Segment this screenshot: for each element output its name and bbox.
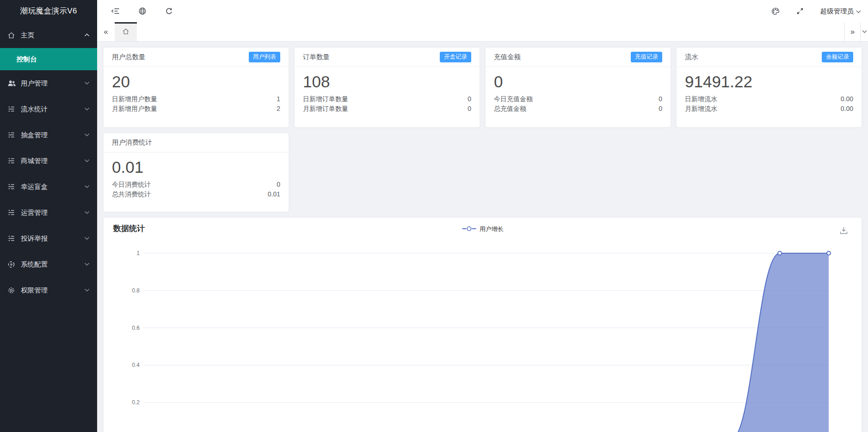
stat-label: 日新增流水 <box>685 95 717 103</box>
sidebar-item-mall-management[interactable]: 商城管理 <box>0 148 97 174</box>
card-title: 充值金额 <box>494 53 521 61</box>
tabs-scroll-right-button[interactable]: » <box>844 22 860 41</box>
card-value: 0.01 <box>104 152 289 180</box>
sidebar-item-label: 流水统计 <box>21 105 48 114</box>
stat-value: 0.01 <box>268 190 280 199</box>
sidebar-item-label: 投诉举报 <box>21 234 48 243</box>
user-dropdown[interactable]: 超级管理员 <box>820 7 862 16</box>
stat-value: 0 <box>468 95 471 103</box>
chevron-down-icon <box>84 185 90 189</box>
card-value: 0 <box>486 67 671 94</box>
area-chart: 0.20.40.60.81 <box>104 218 862 432</box>
sidebar-item-user-management[interactable]: 用户管理 <box>0 70 97 96</box>
list-icon <box>7 183 18 190</box>
tabs-scroll-left-button[interactable]: « <box>97 22 115 41</box>
chart-panel: 数据统计 用户增长 0.20.40.60.81 <box>104 218 862 432</box>
sidebar-item-label: 主页 <box>21 31 34 40</box>
stat-label: 月新增用户数量 <box>112 105 157 113</box>
palette-icon[interactable] <box>771 7 780 15</box>
gear-icon <box>7 286 18 294</box>
sidebar: 潮玩魔盒演示V6 主页 控制台 用户管理 <box>0 0 97 432</box>
stat-value: 0.00 <box>841 95 853 103</box>
tabs-more-button[interactable] <box>860 22 868 41</box>
settings-icon <box>7 261 18 268</box>
chevron-down-icon <box>84 237 90 240</box>
user-name: 超级管理员 <box>820 7 854 16</box>
sidebar-item-complaint-report[interactable]: 投诉举报 <box>0 225 97 251</box>
chevron-up-icon <box>84 33 90 37</box>
content: 用户总数量 用户列表 20 日新增用户数量1 月新增用户数量2 订单数量 开盒记… <box>97 42 868 432</box>
sidebar-item-label: 运营管理 <box>21 208 48 217</box>
card-value: 108 <box>295 67 480 94</box>
badge-recharge-records[interactable]: 充值记录 <box>631 52 662 62</box>
list-icon <box>7 131 18 139</box>
svg-text:0.8: 0.8 <box>132 287 140 294</box>
stat-value: 1 <box>277 95 280 103</box>
card-title: 用户总数量 <box>112 53 146 61</box>
list-icon <box>7 157 18 164</box>
topbar: 超级管理员 <box>97 0 868 22</box>
stat-label: 月新增订单数量 <box>303 105 348 113</box>
stat-cards-row: 用户总数量 用户列表 20 日新增用户数量1 月新增用户数量2 订单数量 开盒记… <box>104 48 862 127</box>
topbar-left <box>97 7 173 15</box>
stat-card-users: 用户总数量 用户列表 20 日新增用户数量1 月新增用户数量2 <box>104 48 289 127</box>
card-title: 订单数量 <box>303 53 330 61</box>
sidebar-item-flow-statistics[interactable]: 流水统计 <box>0 96 97 122</box>
tab-home[interactable] <box>115 22 137 41</box>
sidebar-item-home[interactable]: 主页 <box>0 22 97 48</box>
card-value: 20 <box>104 67 289 94</box>
sidebar-item-operation-management[interactable]: 运营管理 <box>0 200 97 225</box>
chevron-down-icon <box>84 288 90 292</box>
stat-value: 2 <box>277 105 280 113</box>
sidebar-item-label: 控制台 <box>17 55 37 64</box>
tabbar: « » <box>97 22 868 42</box>
refresh-icon[interactable] <box>165 7 173 15</box>
sidebar-item-box-management[interactable]: 抽盒管理 <box>0 122 97 148</box>
main-area: 超级管理员 « » 用户总数量 用户列表 20 <box>97 0 868 432</box>
sidebar-item-permission-management[interactable]: 权限管理 <box>0 277 97 303</box>
stat-value: 0 <box>277 181 280 189</box>
sidebar-item-lucky-blindbox[interactable]: 幸运盲盒 <box>0 174 97 200</box>
stat-card-orders: 订单数量 开盒记录 108 日新增订单数量0 月新增订单数量0 <box>295 48 480 127</box>
home-icon <box>7 31 18 39</box>
badge-user-list[interactable]: 用户列表 <box>249 52 280 62</box>
home-icon <box>122 28 129 37</box>
fold-icon[interactable] <box>111 7 120 15</box>
badge-balance-records[interactable]: 余额记录 <box>822 52 853 62</box>
chevron-down-icon <box>84 211 90 214</box>
sidebar-item-label: 用户管理 <box>21 79 48 88</box>
card-title: 流水 <box>685 53 698 61</box>
svg-text:0.6: 0.6 <box>132 325 140 331</box>
chevron-down-icon <box>84 159 90 163</box>
app-title: 潮玩魔盒演示V6 <box>0 0 97 22</box>
globe-icon[interactable] <box>138 7 147 15</box>
stat-label: 总共消费统计 <box>112 190 151 199</box>
sidebar-menu: 主页 控制台 用户管理 流水统计 <box>0 22 97 303</box>
stat-label: 日新增订单数量 <box>303 95 348 103</box>
users-icon <box>7 79 18 87</box>
svg-text:0.4: 0.4 <box>132 362 140 368</box>
sidebar-item-label: 幸运盲盒 <box>21 183 48 191</box>
sidebar-item-system-config[interactable]: 系统配置 <box>0 251 97 277</box>
stat-value: 0 <box>659 95 662 103</box>
caret-down-icon <box>856 7 861 15</box>
list-icon <box>7 105 18 113</box>
card-value: 91491.22 <box>677 67 862 94</box>
chevron-down-icon <box>84 81 90 85</box>
sidebar-item-label: 商城管理 <box>21 157 48 165</box>
stat-label: 月新增流水 <box>685 105 717 113</box>
stat-value: 0 <box>659 105 662 113</box>
sidebar-item-label: 抽盒管理 <box>21 131 48 140</box>
badge-open-box-records[interactable]: 开盒记录 <box>440 52 471 62</box>
stat-card-recharge: 充值金额 充值记录 0 今日充值金额0 总充值金额0 <box>486 48 671 127</box>
sidebar-item-label: 系统配置 <box>21 260 48 269</box>
stat-label: 今日消费统计 <box>112 181 151 189</box>
tabbar-spacer <box>137 22 844 41</box>
stat-label: 今日充值金额 <box>494 95 533 103</box>
fullscreen-icon[interactable] <box>796 7 804 15</box>
stat-label: 日新增用户数量 <box>112 95 157 103</box>
stat-card-flow: 流水 余额记录 91491.22 日新增流水0.00 月新增流水0.00 <box>677 48 862 127</box>
sidebar-item-console[interactable]: 控制台 <box>0 48 97 70</box>
sidebar-item-label: 权限管理 <box>21 286 48 295</box>
chevron-down-icon <box>84 133 90 137</box>
